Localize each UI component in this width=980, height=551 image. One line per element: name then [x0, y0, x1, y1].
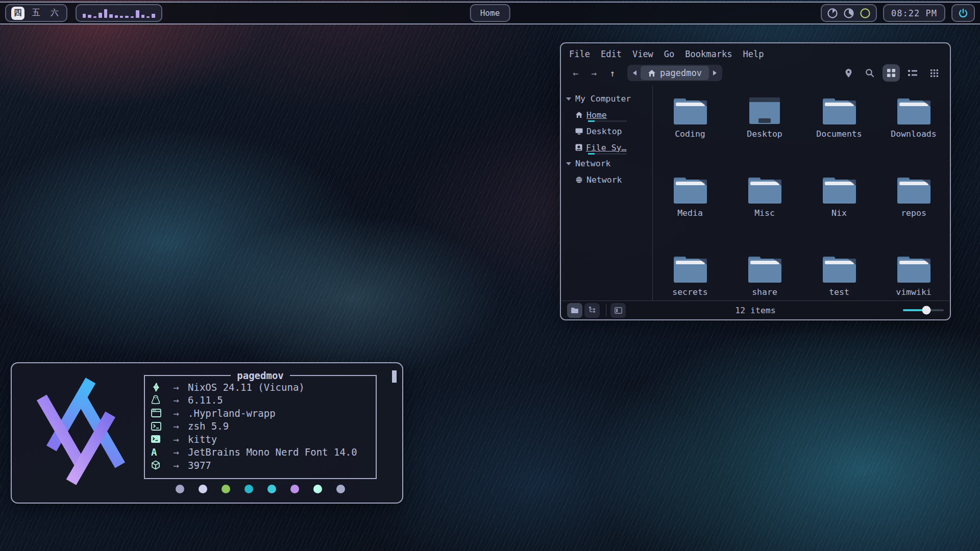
terminal-value: kitty: [188, 434, 217, 445]
folder-icon: [671, 175, 709, 205]
toggle-sidebar-button[interactable]: [610, 303, 626, 318]
folder-item[interactable]: Desktop: [729, 96, 800, 175]
zoom-slider[interactable]: [903, 309, 944, 311]
compact-view-button[interactable]: [925, 64, 943, 82]
sidebar-item-label: Desktop: [586, 127, 622, 136]
folder-icon: [895, 96, 933, 126]
list-view-button[interactable]: [904, 64, 921, 82]
memory-usage-circle-icon: [843, 8, 854, 19]
menu-item-bookmarks[interactable]: Bookmarks: [685, 49, 732, 59]
arrow-icon: →: [164, 382, 188, 393]
arrow-icon: →: [164, 420, 188, 432]
folder-icon: [895, 254, 933, 284]
top-bar-left: 四五六: [5, 4, 162, 22]
font-icon: A: [151, 446, 164, 458]
shell-value: zsh 5.9: [188, 420, 229, 432]
folder-icon: [820, 96, 858, 126]
folder-label: share: [752, 287, 777, 297]
menu-item-view[interactable]: View: [632, 49, 653, 59]
terminal-window: pagedmov → NixOS 24.11 (Vicuna) → 6.11.5: [11, 362, 403, 504]
sidebar-item-desktop[interactable]: Desktop: [566, 123, 652, 139]
folder-item[interactable]: Documents: [803, 96, 875, 175]
location-pin-icon[interactable]: [840, 64, 857, 82]
arrow-icon: →: [164, 394, 188, 406]
zoom-slider-handle[interactable]: [922, 306, 931, 315]
path-tab-home[interactable]: pagedmov: [641, 66, 709, 80]
tree-view-button[interactable]: [584, 303, 600, 318]
palette-dot: [199, 485, 207, 493]
terminal-cursor: [392, 370, 397, 383]
power-icon: [958, 8, 968, 18]
arrow-icon: →: [164, 460, 188, 471]
system-indicators[interactable]: [821, 4, 877, 22]
fetch-row-font: A → JetBrains Mono Nerd Font 14.0: [151, 446, 376, 459]
window-manager-icon: [151, 409, 164, 417]
disk-usage-circle-icon: [827, 8, 838, 19]
sidebar-section-my-computer[interactable]: My Computer: [566, 91, 652, 107]
visualizer-bar: [93, 16, 96, 18]
menu-bar: FileEditViewGoBookmarksHelp: [561, 43, 950, 62]
sidebar-item-network[interactable]: Network: [566, 171, 652, 188]
palette-dot: [222, 485, 230, 493]
folder-item[interactable]: Downloads: [878, 96, 949, 175]
up-button[interactable]: ↑: [605, 66, 620, 80]
os-value: NixOS 24.11 (Vicuna): [188, 382, 305, 393]
sidebar-item-home[interactable]: Home: [566, 107, 652, 123]
clock[interactable]: 08:22 PM: [883, 4, 945, 22]
audio-visualizer: [76, 4, 162, 22]
fetch-row-os: → NixOS 24.11 (Vicuna): [151, 381, 376, 394]
palette-dot: [336, 485, 345, 493]
workspace-item[interactable]: 五: [30, 7, 43, 20]
file-manager-body: My Computer Home Desktop File Sy… Networ…: [561, 86, 950, 300]
visualizer-bar: [136, 10, 139, 18]
folder-label: Downloads: [891, 129, 936, 139]
grid-view-button[interactable]: [883, 64, 900, 82]
visualizer-bar: [83, 14, 86, 18]
top-bar: 四五六 Home 08:22 PM: [0, 2, 980, 24]
visualizer-bar: [125, 16, 128, 18]
folder-label: vimwiki: [896, 287, 932, 297]
workspace-item[interactable]: 四: [11, 7, 24, 20]
folder-icon: [746, 175, 783, 205]
search-icon[interactable]: [861, 64, 878, 82]
forward-button[interactable]: →: [586, 66, 602, 80]
wm-value: .Hyprland-wrapp: [188, 408, 276, 419]
active-window-label[interactable]: Home: [470, 4, 510, 22]
menu-item-go[interactable]: Go: [664, 49, 674, 59]
fetch-row-shell: → zsh 5.9: [151, 420, 376, 433]
folder-item[interactable]: repos: [878, 175, 949, 254]
sidebar-item-file-system[interactable]: File Sy…: [566, 139, 652, 156]
visualizer-bar: [146, 16, 150, 18]
sidebar-section-label: Network: [575, 159, 611, 168]
palette-dot: [313, 485, 322, 493]
power-button[interactable]: [951, 4, 975, 22]
folder-item[interactable]: Misc: [729, 175, 800, 254]
path-scroll-right-icon[interactable]: [709, 66, 721, 80]
desktop-icon: [575, 128, 583, 135]
path-scroll-left-icon[interactable]: [628, 66, 641, 80]
folder-label: test: [829, 287, 849, 297]
folder-icon: [820, 175, 858, 205]
menu-item-file[interactable]: File: [569, 49, 590, 59]
menu-item-edit[interactable]: Edit: [601, 49, 622, 59]
folder-item[interactable]: Coding: [654, 96, 726, 175]
home-icon: [575, 111, 583, 118]
statusbar-separator: [606, 304, 606, 316]
sidebar-section-network[interactable]: Network: [566, 156, 652, 171]
file-grid: CodingDesktopDocumentsDownloadsMediaMisc…: [653, 86, 950, 300]
workspace-item[interactable]: 六: [48, 7, 61, 20]
top-bar-right: 08:22 PM: [821, 4, 975, 22]
visualizer-bar: [131, 16, 134, 18]
terminal-icon: [151, 435, 164, 443]
folder-view-button[interactable]: [567, 303, 582, 318]
folder-item[interactable]: Media: [654, 175, 726, 254]
menu-item-help[interactable]: Help: [743, 49, 764, 59]
folder-icon: [820, 254, 858, 284]
package-icon: [151, 460, 164, 470]
sidebar: My Computer Home Desktop File Sy… Networ…: [561, 86, 653, 300]
visualizer-bar: [152, 14, 155, 18]
file-manager-window: FileEditViewGoBookmarksHelp ← → ↑ pagedm…: [560, 42, 951, 320]
folder-item[interactable]: Nix: [803, 175, 875, 254]
back-button[interactable]: ←: [568, 66, 583, 80]
palette-dot: [267, 485, 276, 493]
